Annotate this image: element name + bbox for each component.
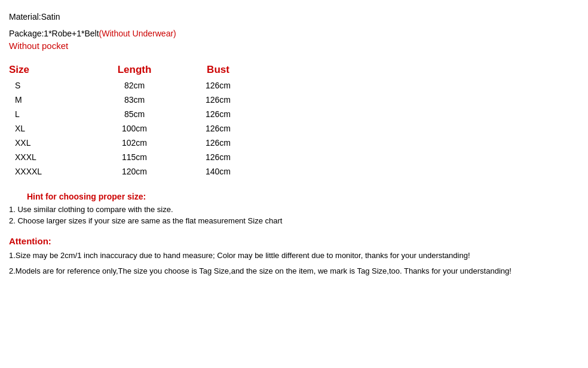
length-xxxxl: 120cm bbox=[93, 164, 176, 179]
bust-xl: 126cm bbox=[176, 121, 260, 136]
size-xxl: XXL bbox=[9, 136, 93, 150]
table-row: S 82cm 126cm bbox=[9, 78, 260, 93]
size-s: S bbox=[9, 78, 93, 93]
table-row: XXL 102cm 126cm bbox=[9, 136, 260, 150]
header-length: Length bbox=[93, 62, 176, 78]
material-line: Material:Satin bbox=[9, 12, 579, 22]
header-bust: Bust bbox=[176, 62, 260, 78]
bust-xxxl: 126cm bbox=[176, 150, 260, 164]
size-xxxxl: XXXXL bbox=[9, 164, 93, 179]
table-row: XXXL 115cm 126cm bbox=[9, 150, 260, 164]
without-pocket: Without pocket bbox=[9, 41, 579, 51]
hint-title: Hint for choosing proper size: bbox=[9, 192, 579, 201]
table-header-row: Size Length Bust bbox=[9, 62, 260, 78]
bust-xxxxl: 140cm bbox=[176, 164, 260, 179]
length-xxxl: 115cm bbox=[93, 150, 176, 164]
material-text: Material:Satin bbox=[9, 12, 60, 22]
size-table-section: Size Length Bust S 82cm 126cm M 83cm 126… bbox=[9, 62, 579, 179]
table-row: XXXXL 120cm 140cm bbox=[9, 164, 260, 179]
size-xl: XL bbox=[9, 121, 93, 136]
package-prefix: Package:1*Robe+1*Belt bbox=[9, 29, 99, 38]
size-m: M bbox=[9, 93, 93, 107]
table-row: M 83cm 126cm bbox=[9, 93, 260, 107]
size-l: L bbox=[9, 107, 93, 121]
package-line: Package:1*Robe+1*Belt(Without Underwear) bbox=[9, 29, 579, 38]
size-xxxl: XXXL bbox=[9, 150, 93, 164]
attention-title: Attention: bbox=[9, 236, 579, 246]
length-m: 83cm bbox=[93, 93, 176, 107]
hint-item-1: 1. Use similar clothing to compare with … bbox=[9, 205, 579, 214]
size-table: Size Length Bust S 82cm 126cm M 83cm 126… bbox=[9, 62, 260, 179]
length-s: 82cm bbox=[93, 78, 176, 93]
header-size: Size bbox=[9, 62, 93, 78]
length-xl: 100cm bbox=[93, 121, 176, 136]
table-row: L 85cm 126cm bbox=[9, 107, 260, 121]
length-xxl: 102cm bbox=[93, 136, 176, 150]
bust-xxl: 126cm bbox=[176, 136, 260, 150]
attention-item-1: 1.Size may be 2cm/1 inch inaccuracy due … bbox=[9, 250, 579, 262]
attention-section: Attention: 1.Size may be 2cm/1 inch inac… bbox=[9, 236, 579, 277]
hint-section: Hint for choosing proper size: 1. Use si… bbox=[9, 192, 579, 225]
bust-l: 126cm bbox=[176, 107, 260, 121]
bust-m: 126cm bbox=[176, 93, 260, 107]
table-row: XL 100cm 126cm bbox=[9, 121, 260, 136]
length-l: 85cm bbox=[93, 107, 176, 121]
hint-item-2: 2. Choose larger sizes if your size are … bbox=[9, 216, 579, 225]
package-red: (Without Underwear) bbox=[99, 29, 176, 38]
attention-item-2: 2.Models are for reference only,The size… bbox=[9, 265, 579, 277]
bust-s: 126cm bbox=[176, 78, 260, 93]
